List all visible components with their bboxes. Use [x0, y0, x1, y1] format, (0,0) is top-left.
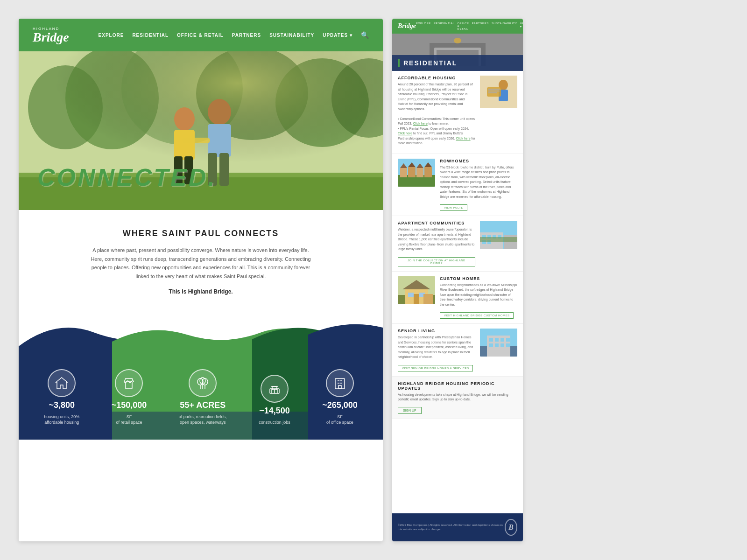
- svg-rect-15: [208, 124, 231, 157]
- rowhomes-button[interactable]: VIEW PULTE: [440, 204, 467, 211]
- sec-nav-updates[interactable]: UPDATES ▾: [520, 22, 523, 30]
- senior-text: SENIOR LIVING Developed in partnership w…: [398, 329, 475, 371]
- nav-sustainability[interactable]: SUSTAINABILITY: [269, 33, 314, 38]
- stat-retail-number: ~150,000: [112, 401, 147, 410]
- sec-nav-sustainability[interactable]: SUSTAINABILITY: [492, 22, 517, 30]
- custom-svg: [398, 276, 435, 304]
- apartments-image: [480, 221, 517, 249]
- svg-rect-32: [335, 378, 345, 389]
- affordable-text: AFFORDABLE HOUSING Around 20 percent of …: [398, 76, 475, 149]
- stat-parks-number: 55+ ACRES: [180, 401, 226, 410]
- nav-updates[interactable]: UPDATES ▾: [323, 33, 352, 38]
- updates-section: HIGHLAND BRIDGE HOUSING PERIODIC UPDATES…: [392, 377, 523, 419]
- search-icon[interactable]: 🔍: [361, 31, 369, 39]
- stat-jobs-label: construction jobs: [259, 420, 290, 426]
- sec-nav-explore[interactable]: EXPLORE: [416, 22, 431, 30]
- svg-rect-50: [488, 92, 497, 93]
- svg-rect-78: [423, 294, 433, 304]
- svg-rect-48: [488, 89, 500, 90]
- nav-partners[interactable]: PARTNERS: [232, 33, 261, 38]
- senior-button[interactable]: VISIT SENIOR BRIDGE HOMES & SERVICES: [398, 365, 473, 371]
- stat-housing-number: ~3,800: [49, 401, 75, 410]
- senior-desc: Developed in partnership with Presbyteri…: [398, 335, 475, 360]
- affordable-description: Around 20 percent of the master plan, 20…: [398, 82, 475, 146]
- apartments-svg: [480, 221, 517, 249]
- stat-jobs: ~14,500 construction jobs: [259, 375, 290, 425]
- stat-retail: ~150,000 SFof retail space: [112, 369, 147, 426]
- svg-rect-87: [495, 343, 499, 347]
- secondary-logo: Bridge: [398, 22, 416, 30]
- stats-section: ~3,800 housing units, 20%affordable hous…: [19, 318, 383, 440]
- jobs-icon: [261, 375, 289, 403]
- residential-hero: RESIDENTIAL: [392, 34, 523, 71]
- parks-icon: [189, 369, 217, 397]
- nav-residential[interactable]: RESIDENTIAL: [132, 33, 169, 38]
- secondary-nav: EXPLORE RESIDENTIAL OFFICE & RETAIL PART…: [416, 22, 523, 30]
- stat-housing-label: housing units, 20%affordable housing: [44, 414, 79, 426]
- svg-rect-77: [414, 294, 419, 304]
- svg-rect-53: [400, 168, 407, 177]
- sec-nav-partners[interactable]: PARTNERS: [472, 22, 489, 30]
- sec-nav-office[interactable]: OFFICE & RETAIL: [458, 22, 469, 30]
- custom-button[interactable]: VISIT HIGHLAND BRIDGE CUSTOM HOMES: [440, 312, 514, 319]
- svg-rect-88: [500, 343, 504, 347]
- apartments-button[interactable]: JOIN THE COLLECTION AT HIGHLAND BRIDGE: [398, 257, 475, 266]
- svg-rect-20: [126, 382, 132, 389]
- svg-point-10: [174, 107, 195, 131]
- title-accent-bar: [398, 59, 400, 67]
- svg-rect-37: [338, 385, 341, 389]
- stat-office-number: ~265,000: [322, 401, 358, 410]
- nav-explore[interactable]: EXPLORE: [99, 33, 124, 38]
- residential-title: RESIDENTIAL: [398, 59, 517, 67]
- hero-section: CONNECTED.: [19, 51, 383, 210]
- rowhomes-svg: [398, 159, 435, 187]
- svg-rect-18: [182, 138, 210, 143]
- rowhomes-section: ROWHOMES The 53-block rowhome district, …: [392, 154, 523, 217]
- svg-rect-56: [424, 167, 432, 177]
- apartments-text: APARTMENT COMMUNITIES Weidner, a respect…: [398, 221, 475, 266]
- sec-nav-residential[interactable]: RESIDENTIAL: [434, 22, 455, 30]
- hero-background: CONNECTED.: [19, 51, 383, 210]
- custom-desc: Connecting neighborhoods as a left-down …: [440, 283, 517, 308]
- svg-point-14: [208, 99, 231, 125]
- secondary-site: Bridge EXPLORE RESIDENTIAL OFFICE & RETA…: [392, 19, 523, 541]
- svg-rect-49: [488, 91, 500, 91]
- residential-hero-overlay: RESIDENTIAL: [392, 55, 523, 71]
- svg-rect-89: [506, 343, 510, 347]
- svg-rect-85: [506, 338, 510, 342]
- custom-text: CUSTOM HOMES Connecting neighborhoods as…: [440, 276, 517, 319]
- apartments-title: APARTMENT COMMUNITIES: [398, 221, 475, 225]
- svg-rect-86: [489, 343, 493, 347]
- custom-section: CUSTOM HOMES Connecting neighborhoods as…: [392, 272, 523, 324]
- rowhomes-desc: The 53-block rowhome district, built by …: [440, 165, 517, 200]
- rowhomes-title: ROWHOMES: [440, 159, 517, 163]
- updates-title: HIGHLAND BRIDGE HOUSING PERIODIC UPDATES: [398, 381, 517, 391]
- stat-parks-label: of parks, recreation fields,open spaces,…: [179, 414, 227, 426]
- main-site: HIGHLAND Bridge EXPLORE RESIDENTIAL OFFI…: [19, 19, 383, 541]
- affordable-image: [480, 76, 517, 108]
- stat-jobs-number: ~14,500: [259, 406, 290, 416]
- content-title: WHERE SAINT PAUL CONNECTS: [33, 229, 369, 238]
- apartments-section: APARTMENT COMMUNITIES Weidner, a respect…: [392, 216, 523, 272]
- custom-title: CUSTOM HOMES: [440, 276, 517, 281]
- stat-parks: 55+ ACRES of parks, recreation fields,op…: [179, 369, 227, 426]
- footer-copyright: ©2023 Blue Companies | All rights reserv…: [398, 523, 505, 532]
- senior-section: SENIOR LIVING Developed in partnership w…: [392, 324, 523, 377]
- stats-grid: ~3,800 housing units, 20%affordable hous…: [19, 369, 383, 430]
- svg-rect-55: [416, 168, 423, 177]
- content-tagline: This is Highland Bridge.: [33, 288, 369, 295]
- svg-rect-83: [495, 338, 499, 342]
- stat-office: ~265,000 SFof office space: [322, 369, 358, 426]
- stat-office-label: SFof office space: [326, 414, 353, 426]
- nav-office-retail[interactable]: OFFICE & RETAIL: [177, 33, 224, 38]
- updates-signup-button[interactable]: SIGN UP: [398, 407, 422, 414]
- site-header: HIGHLAND Bridge EXPLORE RESIDENTIAL OFFI…: [19, 19, 383, 51]
- svg-rect-84: [500, 338, 504, 342]
- svg-rect-54: [408, 167, 416, 177]
- svg-rect-75: [408, 293, 414, 297]
- affordable-section: AFFORDABLE HOUSING Around 20 percent of …: [392, 71, 523, 154]
- retail-icon: [115, 369, 143, 397]
- footer-badge: B: [505, 519, 517, 536]
- secondary-content[interactable]: AFFORDABLE HOUSING Around 20 percent of …: [392, 71, 523, 513]
- housing-icon: [48, 369, 76, 397]
